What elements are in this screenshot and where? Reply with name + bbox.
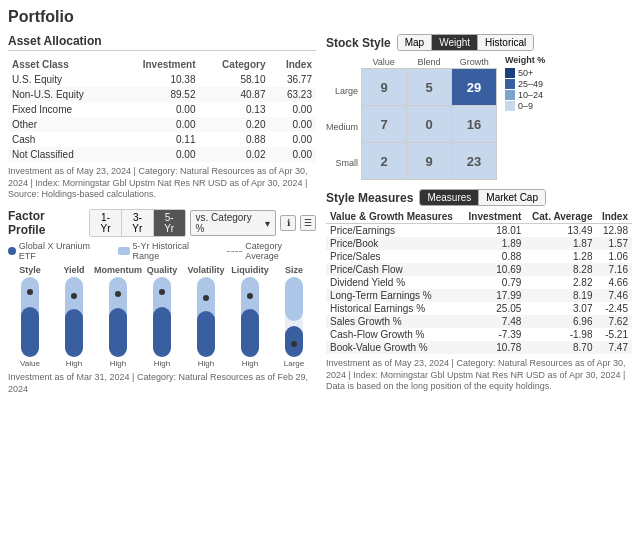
style-cell: 9 [407, 143, 451, 179]
factor-col-momentum: Momentum High [96, 265, 140, 368]
stock-style-tab-historical[interactable]: Historical [478, 35, 533, 50]
style-col-label: Value [362, 57, 406, 67]
factor-dot [27, 289, 33, 295]
factor-tab-5yr[interactable]: 5-Yr [154, 210, 185, 236]
sm-measure: Sales Growth % [326, 315, 462, 328]
legend-item: Global X Uranium ETF [8, 241, 108, 261]
factor-val: Value [20, 359, 40, 368]
table-row: Book-Value Growth % 10.78 8.70 7.47 [326, 341, 632, 354]
factor-val: High [154, 359, 170, 368]
sm-index: -5.21 [596, 328, 632, 341]
table-row: Price/Earnings 18.01 13.49 12.98 [326, 224, 632, 238]
aa-investment: 0.00 [117, 117, 200, 132]
sm-measure: Dividend Yield % [326, 276, 462, 289]
sm-cat-avg: 8.28 [525, 263, 596, 276]
table-row: Price/Cash Flow 10.69 8.28 7.16 [326, 263, 632, 276]
sm-measure: Price/Book [326, 237, 462, 250]
style-cell: 9 [362, 69, 406, 105]
style-cell: 23 [452, 143, 496, 179]
aa-investment: 0.11 [117, 132, 200, 147]
aa-asset-class: Cash [8, 132, 117, 147]
sm-investment: 10.69 [462, 263, 525, 276]
sm-note: Investment as of May 23, 2024 | Category… [326, 358, 632, 393]
page-title: Portfolio [8, 8, 632, 26]
legend-label: Category Average [245, 241, 316, 261]
aa-col-index: Index [269, 57, 316, 72]
sm-investment: 0.88 [462, 250, 525, 263]
sm-measure: Price/Sales [326, 250, 462, 263]
factor-bar-fill [65, 309, 83, 357]
sm-index: 7.47 [596, 341, 632, 354]
table-row: Other 0.00 0.20 0.00 [8, 117, 316, 132]
weight-legend-title: Weight % [505, 55, 545, 65]
weight-label: 25–49 [518, 79, 543, 89]
style-row-label: Medium [326, 109, 358, 145]
sm-cat-avg: 8.70 [525, 341, 596, 354]
style-measures-title: Style Measures [326, 191, 413, 205]
factor-bar-container [285, 277, 303, 357]
aa-index: 0.00 [269, 132, 316, 147]
factor-col-label: Volatility [188, 265, 225, 275]
style-cell: 2 [362, 143, 406, 179]
sm-measure: Long-Term Earnings % [326, 289, 462, 302]
style-row-labels: LargeMediumSmall [326, 73, 361, 181]
table-row: Sales Growth % 7.48 6.96 7.62 [326, 315, 632, 328]
factor-category-label: vs. Category % [196, 212, 264, 234]
aa-category: 0.88 [199, 132, 269, 147]
factor-dot [203, 295, 209, 301]
style-grid: 952970162923 [361, 68, 497, 180]
stock-style-tab-weight[interactable]: Weight [432, 35, 478, 50]
stock-style-tab-map[interactable]: Map [398, 35, 432, 50]
sm-investment: -7.39 [462, 328, 525, 341]
sm-col-category: Cat. Average [525, 210, 596, 224]
asset-allocation-title: Asset Allocation [8, 34, 316, 51]
factor-bar-container [153, 277, 171, 357]
sm-cat-avg: 2.82 [525, 276, 596, 289]
factor-val: Large [284, 359, 304, 368]
aa-asset-class: U.S. Equity [8, 72, 117, 87]
factor-col-yield: Yield High [52, 265, 96, 368]
factor-col-label: Yield [63, 265, 84, 275]
style-cell: 5 [407, 69, 451, 105]
factor-col-liquidity: Liquidity High [228, 265, 272, 368]
aa-col-asset: Asset Class [8, 57, 117, 72]
sm-measure: Cash-Flow Growth % [326, 328, 462, 341]
factor-tab-1yr[interactable]: 1-Yr [90, 210, 122, 236]
sm-measure: Price/Cash Flow [326, 263, 462, 276]
sm-index: 7.46 [596, 289, 632, 302]
legend-item: Category Average [227, 241, 316, 261]
legend-item: 5-Yr Historical Range [118, 241, 217, 261]
aa-note: Investment as of May 23, 2024 | Category… [8, 166, 316, 201]
weight-legend-item: 50+ [505, 68, 545, 78]
sm-measure: Price/Earnings [326, 224, 462, 238]
style-row-label: Small [336, 145, 359, 181]
sm-index: 1.57 [596, 237, 632, 250]
factor-list-icon[interactable]: ☰ [300, 215, 316, 231]
sm-investment: 0.79 [462, 276, 525, 289]
aa-category: 0.20 [199, 117, 269, 132]
factor-info-icon[interactable]: ℹ [280, 215, 296, 231]
asset-allocation-table: Asset Class Investment Category Index U.… [8, 57, 316, 162]
style-cell: 16 [452, 106, 496, 142]
factor-col-label: Size [285, 265, 303, 275]
sm-index: 7.16 [596, 263, 632, 276]
sm-col-index: Index [596, 210, 632, 224]
table-row: Not Classified 0.00 0.02 0.00 [8, 147, 316, 162]
legend-dot [8, 247, 16, 255]
sm-index: 1.06 [596, 250, 632, 263]
sm-tab-measures[interactable]: Measures [420, 190, 479, 205]
sm-tab-market-cap[interactable]: Market Cap [479, 190, 545, 205]
factor-tab-3yr[interactable]: 3-Yr [122, 210, 154, 236]
factor-profile-title: Factor Profile [8, 209, 85, 237]
factor-col-label: Quality [147, 265, 178, 275]
sm-cat-avg: 13.49 [525, 224, 596, 238]
sm-investment: 17.99 [462, 289, 525, 302]
table-row: Dividend Yield % 0.79 2.82 4.66 [326, 276, 632, 289]
aa-category: 0.13 [199, 102, 269, 117]
factor-val: High [66, 359, 82, 368]
sm-investment: 7.48 [462, 315, 525, 328]
weight-legend-item: 0–9 [505, 101, 545, 111]
table-row: Price/Sales 0.88 1.28 1.06 [326, 250, 632, 263]
factor-category-select[interactable]: vs. Category % ▾ [190, 210, 277, 236]
factor-col-size: Size Large [272, 265, 316, 368]
